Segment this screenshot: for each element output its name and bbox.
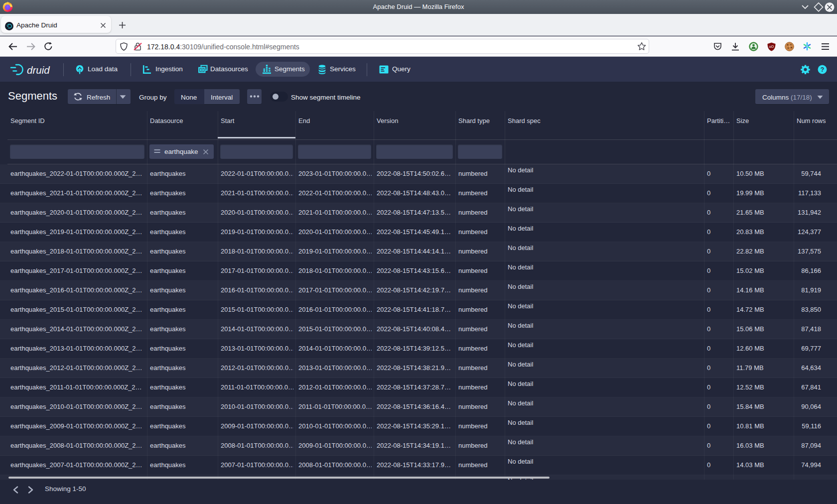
svg-text:uO: uO — [769, 45, 774, 48]
svg-text:druid: druid — [27, 64, 50, 76]
svg-text:?: ? — [821, 66, 825, 73]
